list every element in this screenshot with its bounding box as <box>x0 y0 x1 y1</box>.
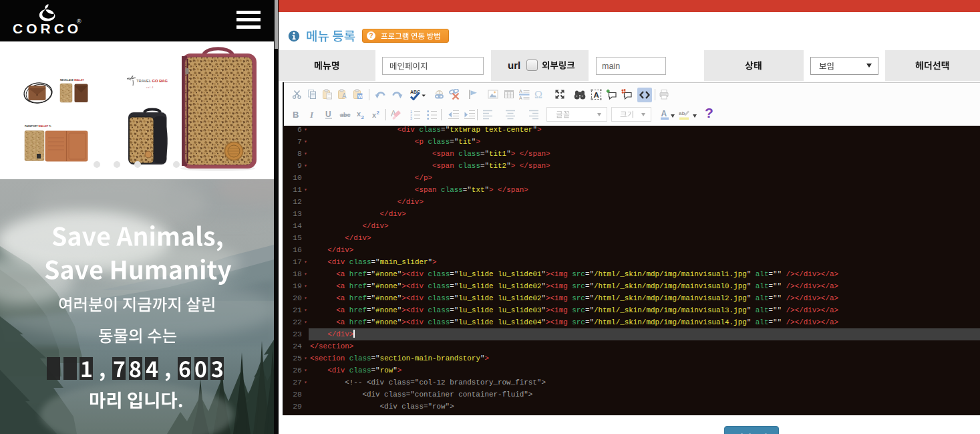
svg-text:NECKLACE WALLET: NECKLACE WALLET <box>60 79 85 82</box>
svg-text:ab: ab <box>679 110 685 116</box>
svg-text:Ω: Ω <box>534 89 542 100</box>
svg-text:W: W <box>358 94 363 99</box>
svg-text:A: A <box>594 91 599 99</box>
svg-text:2: 2 <box>377 110 380 116</box>
svg-text:B: B <box>293 110 299 120</box>
svg-text:A: A <box>342 92 347 100</box>
svg-text:2: 2 <box>361 114 365 120</box>
svg-text:A: A <box>661 109 667 118</box>
svg-text:PASSPORT WALLET 7t: PASSPORT WALLET 7t <box>25 125 51 128</box>
svg-text:v o l . 4: v o l . 4 <box>146 86 154 89</box>
svg-text:A: A <box>519 96 522 100</box>
svg-text:3: 3 <box>410 116 412 120</box>
svg-text:A: A <box>519 89 522 94</box>
svg-text:TRAVEL GO BAG: TRAVEL GO BAG <box>136 79 168 83</box>
svg-text:I: I <box>309 110 314 120</box>
svg-text:U: U <box>325 110 331 119</box>
